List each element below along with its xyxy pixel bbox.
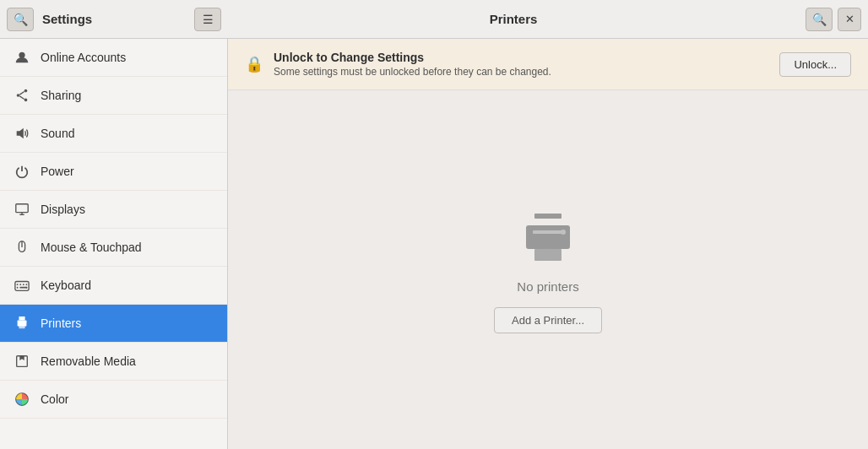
- sound-icon: [14, 125, 30, 142]
- menu-icon: ☰: [203, 13, 214, 26]
- svg-rect-20: [19, 325, 24, 329]
- sidebar-item-mouse-touchpad[interactable]: Mouse & Touchpad: [0, 229, 227, 267]
- removable-media-icon: [14, 353, 30, 370]
- svg-line-4: [19, 92, 24, 95]
- printers-content: No printers Add a Printer...: [228, 90, 868, 449]
- svg-point-29: [561, 230, 566, 235]
- sidebar-item-label-online-accounts: Online Accounts: [41, 51, 126, 64]
- svg-rect-25: [534, 214, 561, 219]
- svg-rect-27: [533, 230, 563, 234]
- unlock-banner-title: Unlock to Change Settings: [274, 51, 769, 64]
- sidebar-item-printers[interactable]: Printers: [0, 305, 227, 343]
- titlebar: 🔍 Settings ☰ Printers 🔍 ✕: [0, 0, 868, 39]
- power-icon: [14, 163, 30, 180]
- sidebar-item-online-accounts[interactable]: Online Accounts: [0, 39, 227, 77]
- sidebar-item-label-mouse-touchpad: Mouse & Touchpad: [41, 241, 142, 254]
- svg-rect-19: [19, 316, 24, 321]
- sidebar-item-removable-media[interactable]: Removable Media: [0, 343, 227, 381]
- svg-rect-28: [534, 249, 561, 261]
- svg-point-21: [25, 322, 27, 323]
- content-area: 🔒 Unlock to Change Settings Some setting…: [228, 39, 868, 449]
- printer-icon: [514, 207, 582, 266]
- keyboard-icon: [14, 277, 30, 294]
- sidebar-item-sharing[interactable]: Sharing: [0, 77, 227, 115]
- svg-rect-26: [526, 225, 570, 249]
- close-icon: ✕: [845, 13, 854, 25]
- sidebar-item-keyboard[interactable]: Keyboard: [0, 267, 227, 305]
- svg-line-5: [19, 96, 24, 100]
- search-icon: 🔍: [14, 13, 28, 26]
- panel-title: Printers: [228, 12, 799, 26]
- sidebar-item-label-color: Color: [41, 392, 68, 406]
- sidebar-item-label-sharing: Sharing: [41, 89, 81, 102]
- svg-marker-6: [17, 128, 24, 139]
- sidebar-item-sound[interactable]: Sound: [0, 115, 227, 153]
- main-layout: Online AccountsSharingSoundPowerDisplays…: [0, 39, 868, 449]
- search-panel-button[interactable]: 🔍: [806, 8, 833, 31]
- titlebar-right: 🔍 ✕: [799, 8, 868, 31]
- sharing-icon: [14, 87, 30, 104]
- add-printer-button[interactable]: Add a Printer...: [494, 307, 602, 333]
- lock-icon: 🔒: [245, 55, 263, 73]
- online-accounts-icon: [14, 49, 30, 66]
- svg-marker-23: [19, 356, 24, 360]
- svg-point-3: [24, 99, 28, 102]
- color-icon: [14, 391, 30, 408]
- titlebar-left: 🔍 Settings ☰: [0, 8, 228, 31]
- sidebar-item-label-keyboard: Keyboard: [41, 279, 91, 292]
- svg-rect-10: [15, 282, 29, 291]
- close-button[interactable]: ✕: [838, 8, 861, 31]
- printers-icon: [14, 315, 30, 332]
- sidebar-item-displays[interactable]: Displays: [0, 191, 227, 229]
- mouse-touchpad-icon: [14, 239, 30, 256]
- sidebar-item-label-displays: Displays: [41, 203, 85, 216]
- unlock-banner-text: Unlock to Change Settings Some settings …: [274, 51, 769, 78]
- unlock-button[interactable]: Unlock...: [779, 52, 851, 77]
- sidebar-item-label-printers: Printers: [41, 316, 81, 330]
- menu-button[interactable]: ☰: [194, 8, 221, 31]
- sidebar-item-power[interactable]: Power: [0, 153, 227, 191]
- svg-rect-7: [16, 204, 28, 213]
- displays-icon: [14, 201, 30, 218]
- svg-point-2: [17, 94, 20, 97]
- svg-point-0: [19, 52, 24, 58]
- printer-icon-wrap: [514, 207, 582, 266]
- sidebar-item-label-power: Power: [41, 165, 74, 178]
- search-button[interactable]: 🔍: [7, 8, 34, 31]
- search-panel-icon: 🔍: [812, 13, 827, 26]
- no-printers-label: No printers: [517, 279, 578, 294]
- sidebar-item-color[interactable]: Color: [0, 381, 227, 419]
- svg-point-1: [24, 89, 28, 93]
- unlock-banner-subtitle: Some settings must be unlocked before th…: [274, 66, 769, 78]
- sidebar: Online AccountsSharingSoundPowerDisplays…: [0, 39, 228, 449]
- sidebar-item-label-sound: Sound: [41, 127, 74, 140]
- unlock-banner: 🔒 Unlock to Change Settings Some setting…: [228, 39, 868, 90]
- app-title: Settings: [42, 12, 92, 26]
- sidebar-item-label-removable-media: Removable Media: [41, 354, 136, 368]
